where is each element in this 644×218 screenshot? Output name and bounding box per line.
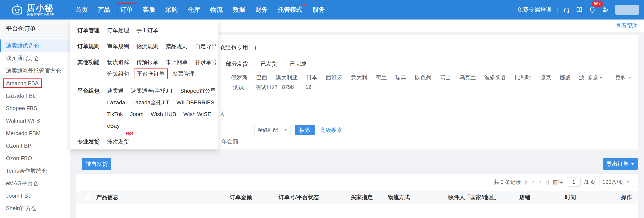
menu-item-wish-hub[interactable]: Wish HUB <box>151 111 176 118</box>
nav-item-warehouse[interactable]: 仓库 <box>188 4 200 16</box>
menu-item-aliexpress[interactable]: 速卖通 <box>107 87 124 94</box>
user-name-pill[interactable] <box>615 5 639 15</box>
menu-item-logistics-rules[interactable]: 物流规则 <box>136 42 158 50</box>
country-filter-item[interactable]: 意大利 <box>351 74 367 81</box>
sidebar-item-lazada-fbl[interactable]: Lazada FBL <box>0 90 70 102</box>
app-logo[interactable]: 店小秘 免费跨境电商ERP <box>10 3 54 17</box>
sidebar-item-aliexpress-official[interactable]: 速卖通官方仓 <box>0 52 70 64</box>
search-button[interactable]: 搜索 <box>295 125 315 135</box>
menu-item-shopee-first-mile[interactable]: Shopee首公里 <box>180 87 216 94</box>
next-page-icon[interactable]: > <box>538 179 541 185</box>
sidebar-item-aliexpress-preferred[interactable]: 速卖通优选仓 <box>0 40 70 52</box>
select-all-checkbox[interactable] <box>85 195 90 200</box>
sidebar-item-amazon-fba[interactable]: Amazon FBA <box>0 77 70 90</box>
country-filter-item[interactable]: 捷克 <box>540 74 551 81</box>
multi-select-button[interactable]: 多选 + <box>584 72 606 83</box>
country-filter-item[interactable]: 挪威 <box>560 74 570 81</box>
menu-item-custom-export[interactable]: 自定导出 <box>195 42 217 50</box>
tab-shipped[interactable]: 已发货 <box>260 60 277 68</box>
menu-item-wish-wise[interactable]: Wish WISE <box>184 111 211 118</box>
country-sub-value[interactable]: 测试 <box>233 84 244 91</box>
menu-item-wave-shipping[interactable]: 波次发货 <box>107 138 129 146</box>
prev-page-icon[interactable]: < <box>532 179 535 185</box>
page-size-select[interactable]: 100条/页 <box>599 177 633 187</box>
sidebar-item-ozon-fbo[interactable]: Ozon FBO <box>0 152 70 164</box>
country-sub-value[interactable]: 8798 <box>282 84 294 90</box>
account-switch-icon[interactable] <box>602 6 610 14</box>
sidebar-item-mercado-fbm[interactable]: Mercado FBM <box>0 127 70 140</box>
sidebar-item-joom-fbj[interactable]: Joom FBJ <box>0 190 70 202</box>
nav-item-logistics[interactable]: 物流 <box>210 4 223 16</box>
menu-section-platform-packing: 平台组包 <box>78 87 107 94</box>
nav-item-home[interactable]: 首页 <box>76 4 88 16</box>
country-sub-value[interactable]: 测试1127 <box>256 84 278 91</box>
menu-item-gift-rules[interactable]: 赠品规则 <box>166 42 188 50</box>
menu-item-tiktok[interactable]: TikTok <box>107 111 123 118</box>
menu-item-supplement-tracking[interactable]: 补录单号 <box>195 58 217 66</box>
nav-item-purchasing[interactable]: 采购 <box>166 4 178 16</box>
nav-item-managed-mode[interactable]: 托管模式 <box>278 4 302 16</box>
sidebar-item-shopee-fbs[interactable]: Shopee FBS <box>0 102 70 114</box>
country-filter-item[interactable]: 瑞士 <box>440 74 451 81</box>
menu-item-ebay[interactable]: eBay <box>107 122 120 129</box>
menu-item-aliexpress-jit[interactable]: 速卖通全/半托JIT <box>131 87 173 94</box>
country-sub-value[interactable]: 12 <box>305 84 311 90</box>
match-mode-select[interactable]: 精确匹配 <box>254 125 290 135</box>
column-header-order-amount: 订单金额 <box>230 194 279 201</box>
menu-item-manual-order[interactable]: 手工订单 <box>136 27 158 34</box>
nav-item-customer-service[interactable]: 客服 <box>143 4 155 16</box>
country-filter-item[interactable]: 以色列 <box>415 74 431 81</box>
menu-item-lazada[interactable]: Lazada <box>107 99 125 106</box>
page-number-input[interactable] <box>567 177 580 186</box>
chevron-down-icon <box>626 181 630 183</box>
sidebar-item-walmart-wfs[interactable]: Walmart WFS <box>0 114 70 127</box>
nav-item-products[interactable]: 产品 <box>98 4 110 16</box>
country-filter-item[interactable]: 澳大利亚 <box>276 74 298 81</box>
training-link[interactable]: 免费专属培训 <box>517 6 552 14</box>
nav-item-data[interactable]: 数据 <box>233 4 245 16</box>
last-page-icon[interactable]: >| <box>545 179 548 185</box>
country-filter-item[interactable]: 西班牙 <box>326 74 342 81</box>
sidebar-item-temu[interactable]: Temu合作履约仓 <box>0 164 70 177</box>
goto-label: 前往 <box>552 178 563 186</box>
menu-item-wildberries[interactable]: WILDBERRIES <box>176 99 214 106</box>
country-filter-item[interactable]: 荷兰 <box>376 74 387 81</box>
country-filter-item[interactable]: 比利时 <box>515 74 532 81</box>
country-filter-item[interactable]: 俄罗斯 <box>231 74 248 81</box>
sidebar-item-shein[interactable]: Shein官方仓 <box>0 202 70 214</box>
tab-partially-shipped[interactable]: 部分发货 <box>226 60 248 68</box>
menu-item-dispatch-packing[interactable]: 分拨组包 <box>107 70 129 78</box>
column-header-store: 店铺 <box>519 194 565 201</box>
nav-item-services[interactable]: 服务 <box>312 4 325 16</box>
notification-bell-icon[interactable]: 99+ <box>588 6 596 14</box>
sidebar-item-aliexpress-overseas[interactable]: 速卖通海外托管官方仓 <box>0 64 70 77</box>
country-filter-item[interactable]: 日本 <box>306 74 317 81</box>
country-filter-item[interactable]: 瑞典 <box>395 74 406 81</box>
nav-item-finance[interactable]: 财务 <box>255 4 268 16</box>
export-orders-button[interactable]: 导出订单 <box>603 158 638 170</box>
menu-item-logistics-tracking[interactable]: 物流追踪 <box>107 58 129 66</box>
sidebar-item-emag[interactable]: eMAG平台仓 <box>0 177 70 190</box>
headset-icon[interactable] <box>563 6 570 13</box>
sidebar-item-ozon-fbp[interactable]: Ozon FBP <box>0 140 70 152</box>
country-filter-item[interactable]: 巴西 <box>256 74 267 81</box>
menu-item-platform-warehouse-orders[interactable]: 平台仓订单 <box>134 68 168 79</box>
menu-item-not-online-orders[interactable]: 未上网单 <box>166 58 188 66</box>
menu-item-order-processing[interactable]: 订单处理 <box>107 27 129 34</box>
menu-item-forecast-manifest[interactable]: 传预报单 <box>136 58 158 66</box>
menu-item-review-rules[interactable]: 审单规则 <box>107 42 129 50</box>
manual-book-icon[interactable] <box>576 6 583 13</box>
view-help-link[interactable]: 查看帮助 <box>616 20 638 32</box>
menu-item-invoice-management[interactable]: 发票管理 <box>172 70 194 78</box>
country-filter-item[interactable]: 乌克兰 <box>459 74 476 81</box>
vertical-divider <box>557 6 558 13</box>
tab-completed[interactable]: 已完成 <box>290 60 306 68</box>
nav-item-orders[interactable]: 订单 <box>117 3 136 16</box>
transfer-to-self-shipping-button[interactable]: 转自发货 <box>82 158 111 170</box>
menu-item-joom[interactable]: Joom <box>130 111 144 118</box>
first-page-icon[interactable]: |< <box>524 179 528 185</box>
more-countries-dropdown[interactable]: 更多 <box>610 72 637 83</box>
advanced-search-link[interactable]: 高级搜索 <box>320 126 342 134</box>
country-filter-item[interactable]: 波多黎各 <box>484 74 506 81</box>
menu-item-lazada-jit[interactable]: Lazada全托JIT <box>132 99 169 106</box>
